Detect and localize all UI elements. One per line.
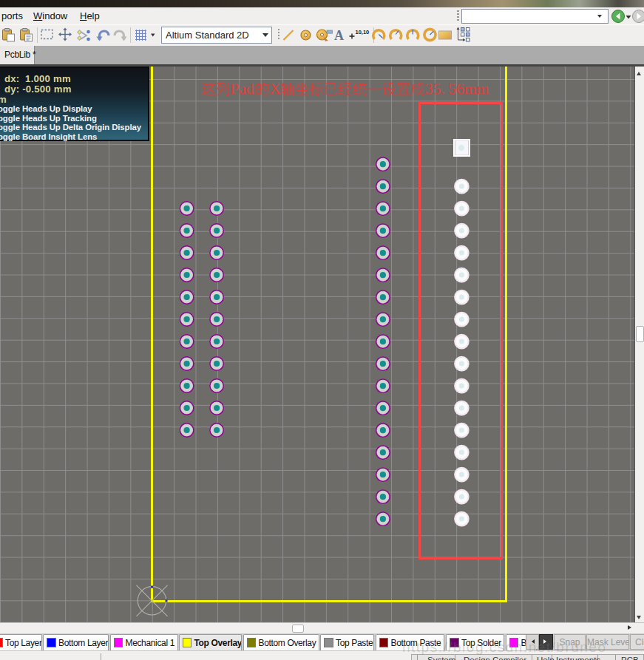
svg-text:10,10: 10,10 [356,29,370,35]
svg-text:Pad: Pad [230,80,254,98]
svg-text:X: X [269,80,281,98]
svg-text:35.: 35. [425,80,445,98]
svg-text:56mm: 56mm [448,80,489,98]
svg-text:A: A [334,28,344,43]
